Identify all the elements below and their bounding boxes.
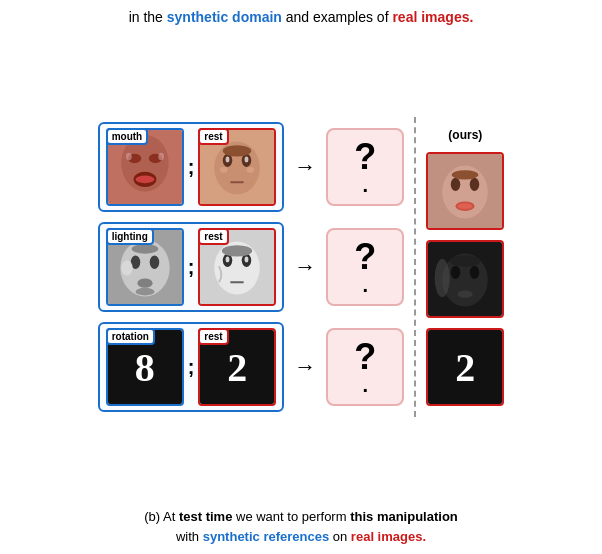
svg-point-21 <box>149 256 158 269</box>
concept-img-rotation: rotation 8 <box>106 328 184 406</box>
bottom-blue: synthetic references <box>203 529 329 544</box>
svg-point-17 <box>223 145 251 156</box>
question-dot-1: . <box>363 175 369 195</box>
ours-label: (ours) <box>448 128 482 142</box>
svg-point-12 <box>226 157 230 163</box>
svg-point-39 <box>458 204 473 210</box>
rest-img-rotation: rest 2 <box>198 328 276 406</box>
svg-point-46 <box>435 259 450 297</box>
bottom-red: real images. <box>351 529 426 544</box>
top-prefix: in the <box>129 9 167 25</box>
svg-point-24 <box>131 245 158 254</box>
svg-point-36 <box>451 178 460 191</box>
bottom-middle1: we want to perform <box>232 509 350 524</box>
svg-point-7 <box>158 153 164 161</box>
question-box-3: ? . <box>326 328 404 406</box>
svg-point-22 <box>137 279 152 288</box>
bottom-bold1: test time <box>179 509 232 524</box>
top-blue: synthetic domain <box>167 9 282 25</box>
question-dot-3: . <box>363 375 369 395</box>
question-box-2: ? . <box>326 228 404 306</box>
rows-left: mouth <box>98 122 405 412</box>
bracket-group-lighting: lighting <box>98 222 285 312</box>
semicolon-2: ; <box>188 256 195 279</box>
bottom-bold2: this manipulation <box>350 509 458 524</box>
svg-point-15 <box>220 167 228 173</box>
question-box-1: ? . <box>326 128 404 206</box>
rotation-label: rotation <box>106 328 155 345</box>
result-digit-2: 2 <box>428 330 502 404</box>
svg-point-33 <box>222 245 252 256</box>
main-content: mouth <box>10 32 592 503</box>
svg-point-31 <box>245 257 249 263</box>
result-img-1 <box>426 152 504 230</box>
concept-img-mouth: mouth <box>106 128 184 206</box>
svg-point-25 <box>135 288 154 296</box>
svg-point-40 <box>452 170 479 179</box>
row-lighting: lighting <box>98 222 405 312</box>
bottom-prefix: (b) At <box>144 509 179 524</box>
top-text: in the synthetic domain and examples of … <box>129 8 474 28</box>
svg-point-44 <box>470 266 479 279</box>
bracket-group-mouth: mouth <box>98 122 285 212</box>
row-mouth: mouth <box>98 122 405 212</box>
svg-point-47 <box>450 256 480 267</box>
arrow-3: → <box>294 354 316 380</box>
svg-point-5 <box>135 176 154 184</box>
question-mark-1: ? <box>354 139 376 175</box>
svg-point-6 <box>126 153 132 161</box>
result-face-svg-1 <box>428 154 502 228</box>
svg-point-13 <box>245 157 249 163</box>
question-mark-3: ? <box>354 339 376 375</box>
question-mark-2: ? <box>354 239 376 275</box>
svg-point-43 <box>451 266 460 279</box>
result-img-3: 2 <box>426 328 504 406</box>
result-img-2 <box>426 240 504 318</box>
svg-point-16 <box>247 167 255 173</box>
mouth-label: mouth <box>106 128 149 145</box>
question-dot-2: . <box>363 275 369 295</box>
semicolon-1: ; <box>188 156 195 179</box>
bottom-line2-middle: on <box>329 529 351 544</box>
semicolon-3: ; <box>188 356 195 379</box>
top-red: real images. <box>392 9 473 25</box>
svg-point-37 <box>470 178 479 191</box>
rest-img-mouth: rest <box>198 128 276 206</box>
bottom-text: (b) At test time we want to perform this… <box>144 507 458 546</box>
rest-label-1: rest <box>198 128 228 145</box>
rest-img-lighting: rest <box>198 228 276 306</box>
concept-img-lighting: lighting <box>106 228 184 306</box>
rest-label-2: rest <box>198 228 228 245</box>
svg-point-45 <box>458 291 473 299</box>
row-rotation: rotation 8 ; rest 2 → ? <box>98 322 405 412</box>
result-column: (ours) <box>426 128 504 406</box>
dashed-divider <box>414 117 416 417</box>
svg-point-23 <box>121 261 132 276</box>
arrow-1: → <box>294 154 316 180</box>
result-face-svg-2 <box>428 242 502 316</box>
rest-label-3: rest <box>198 328 228 345</box>
lighting-label: lighting <box>106 228 154 245</box>
top-middle: and examples of <box>282 9 393 25</box>
arrow-2: → <box>294 254 316 280</box>
bracket-group-rotation: rotation 8 ; rest 2 <box>98 322 285 412</box>
rows-and-dashed: mouth <box>10 117 592 417</box>
bottom-line2-prefix: with <box>176 529 203 544</box>
svg-point-30 <box>226 257 230 263</box>
